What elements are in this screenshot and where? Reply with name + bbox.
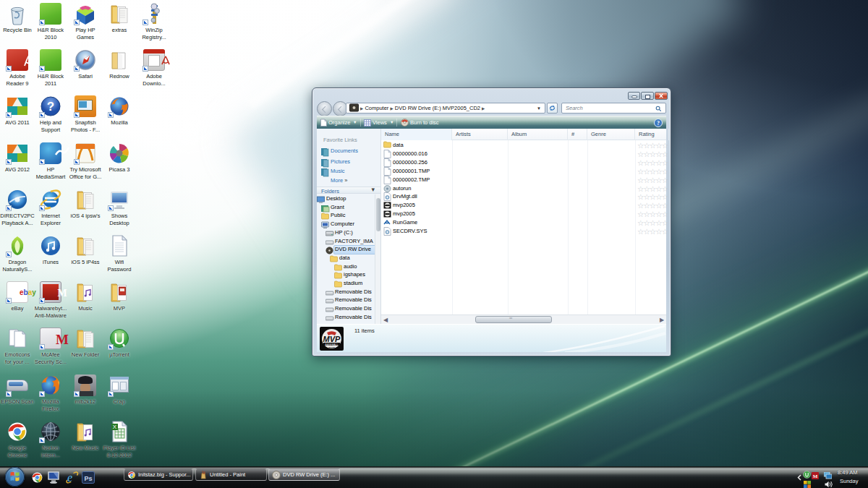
svg-text:?: ? [657,120,660,127]
svg-text:X: X [113,424,117,430]
svg-text:BASEBALL: BASEBALL [326,343,339,346]
svg-text:?: ? [47,100,54,114]
svg-text:e: e [67,471,72,484]
svg-text:2005: 2005 [328,346,336,350]
svg-text:Ps: Ps [84,475,92,482]
svg-text:M: M [57,288,67,299]
svg-text:MVP: MVP [323,335,341,343]
svg-text:M: M [56,332,69,347]
svg-text:M: M [813,474,818,479]
